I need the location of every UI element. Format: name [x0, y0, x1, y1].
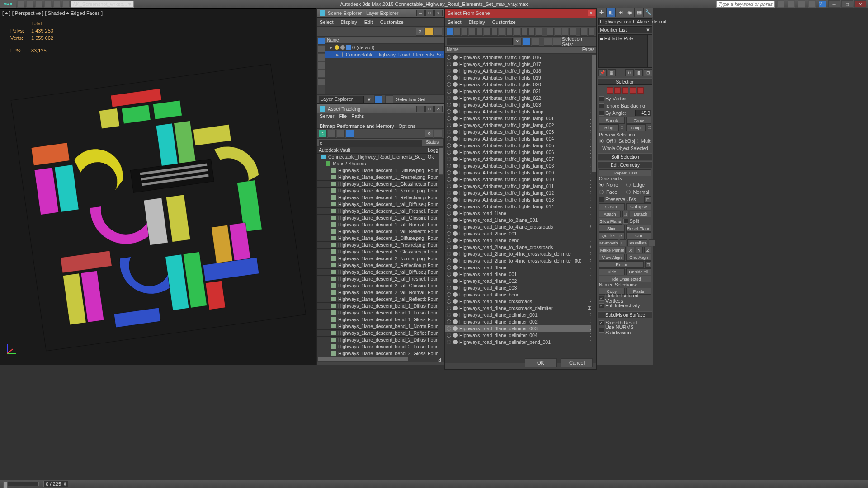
object-row[interactable]: Highways_road_2lane_00118 [445, 230, 596, 237]
visibility-icon[interactable] [447, 279, 451, 283]
object-row[interactable]: Highways_road_1lane_to_4lane_crossroads6… [445, 223, 596, 230]
pin-icon[interactable]: 📌 [598, 69, 607, 76]
visibility-icon[interactable] [447, 211, 451, 216]
attach-list-button[interactable]: □ [622, 211, 628, 217]
asset-row[interactable]: Highways_1lane_descent_1_tall_Glossines.… [317, 215, 444, 221]
detach-button[interactable]: Detach [630, 211, 651, 217]
column-faces[interactable]: Faces [578, 47, 596, 53]
visibility-icon[interactable] [447, 109, 451, 114]
make-unique-icon[interactable]: ∪ [625, 69, 634, 76]
asset-row[interactable]: Highways_1lane_descent_2_Normal.pngFound [317, 255, 444, 262]
visibility-icon[interactable] [447, 191, 451, 195]
display-shapes-icon[interactable] [318, 54, 325, 61]
constraint-none-radio[interactable] [599, 183, 604, 187]
polygon-icon[interactable] [630, 87, 636, 94]
close-icon[interactable]: ✕ [588, 10, 595, 16]
name-filter-input[interactable] [447, 38, 513, 45]
visibility-icon[interactable] [447, 326, 451, 331]
loop-button[interactable]: Loop [626, 124, 646, 131]
repeat-last-button[interactable]: Repeat Last [599, 169, 651, 176]
tab-modify[interactable]: ◧ [607, 8, 616, 17]
asset-row[interactable]: Highways_1lane_descent_1_Normal.pngFound [317, 188, 444, 194]
freeze-icon[interactable] [340, 45, 345, 50]
ok-button[interactable]: OK [525, 358, 557, 367]
modifier-stack[interactable]: ■ Editable Poly [598, 34, 652, 68]
scene-explorer-tree[interactable]: Name ▶0 (default)▶Connectable_Highway_Ro… [325, 37, 444, 94]
configure-icon[interactable]: ⊡ [644, 69, 652, 76]
display-helpers-icon[interactable] [318, 78, 325, 85]
object-row[interactable]: Highways_Attributes_traffic_lights_0178 [445, 61, 596, 67]
menu-item[interactable]: Select [448, 19, 462, 25]
element-icon[interactable] [637, 87, 644, 94]
quickslice-button[interactable]: QuickSlice [599, 232, 625, 239]
maximize-button[interactable]: □ [841, 0, 853, 8]
visibility-icon[interactable] [447, 245, 451, 249]
asset-tracking-title[interactable]: Asset Tracking ─□✕ [317, 104, 444, 113]
expand-icon[interactable]: ▶ [336, 53, 339, 56]
viewport[interactable]: [ + ] [ Perspective ] [ Shaded + Edged F… [0, 8, 316, 365]
tool-icon[interactable] [491, 28, 498, 36]
asset-row[interactable]: Highways_1lane_descent_bend_1_Glossines.… [317, 316, 444, 323]
tool-icon[interactable] [506, 28, 513, 36]
shrink-button[interactable]: Shrink [599, 117, 625, 124]
tab-hierarchy[interactable]: ⊞ [616, 8, 625, 17]
object-row[interactable]: Highways_Attributes_traffic_lights_lamp_… [445, 189, 596, 196]
exchange-icon[interactable] [798, 0, 805, 8]
object-row[interactable]: Highways_Attributes_traffic_lights_0218 [445, 88, 596, 94]
object-row[interactable]: Highways_road_4lane_00318 [445, 284, 596, 291]
tools-icon[interactable] [434, 130, 442, 138]
column-status[interactable]: Status [424, 139, 444, 146]
expand-icon[interactable]: ▶ [330, 46, 333, 49]
search-icon[interactable] [777, 0, 784, 8]
visibility-icon[interactable] [447, 272, 451, 277]
visibility-icon[interactable] [447, 89, 451, 94]
menu-item[interactable]: Bitmap Performance and Memory [320, 123, 394, 129]
prefs-icon[interactable]: ⚙ [425, 130, 433, 138]
object-row[interactable]: Highways_road_4lane18 [445, 264, 596, 271]
collapse-button[interactable]: Collapse [626, 203, 652, 210]
select-from-scene-title[interactable]: Select From Scene ✕ [445, 9, 596, 18]
tool-icon[interactable] [580, 28, 587, 36]
hide-unselected-button[interactable]: Hide Unselected [599, 276, 651, 282]
asset-row[interactable]: Highways_1lane_descent_bend_2_Fresnel.pn… [317, 343, 444, 350]
list-icon[interactable] [328, 130, 336, 138]
constraint-face-radio[interactable] [599, 190, 604, 194]
thumb-icon[interactable] [346, 130, 354, 138]
use-nurms-checkbox[interactable] [599, 328, 604, 333]
rollout-header[interactable]: Soft Selection [598, 153, 652, 160]
object-row[interactable]: Highways_road_4lane_delimiter_bend_00127 [445, 338, 596, 345]
tab-create[interactable]: ✚ [597, 8, 607, 17]
filter-icon[interactable] [523, 38, 531, 46]
layer-icon[interactable] [374, 95, 382, 103]
object-row[interactable]: Highways_Attributes_traffic_lights_lamp_… [445, 149, 596, 155]
menu-item[interactable]: Display [469, 19, 485, 25]
split-checkbox[interactable] [623, 219, 628, 224]
tab-motion[interactable]: ◉ [625, 8, 635, 17]
minimize-button[interactable]: ─ [828, 0, 840, 8]
constraint-normal-radio[interactable] [626, 190, 631, 194]
layer-icon[interactable] [544, 38, 552, 46]
asset-row[interactable]: Highways_1lane_descent_bend_1_Normal.png… [317, 323, 444, 330]
asset-row[interactable]: Highways_1lane_descent_2_Reflection.pngF… [317, 262, 444, 269]
object-row[interactable]: Highways_road_2lane_to_4lane_crossroads6… [445, 244, 596, 250]
filter-icon[interactable] [425, 28, 433, 36]
new-icon[interactable] [17, 0, 24, 8]
sfs-vertical-scrollbar[interactable] [591, 54, 596, 363]
visibility-icon[interactable] [447, 306, 451, 310]
msmooth-settings-button[interactable]: □ [620, 239, 626, 246]
clear-icon[interactable]: ✕ [514, 38, 522, 46]
asset-row[interactable]: Highways_1lane_descent_2_tall_Reflection… [317, 296, 444, 303]
asset-vault-row[interactable]: Autodesk VaultLogged [317, 147, 444, 154]
smooth-result-checkbox[interactable]: ✓ [599, 320, 604, 325]
object-row[interactable]: Highways_road_4lane_delimiter_00427 [445, 332, 596, 338]
visibility-icon[interactable] [447, 75, 451, 80]
visibility-icon[interactable] [447, 123, 451, 127]
asset-row[interactable]: Highways_1lane_descent_1_tall_Normal.png… [317, 221, 444, 228]
tool-icon[interactable] [588, 28, 594, 36]
close-icon[interactable]: ✕ [434, 10, 443, 16]
object-row[interactable]: Highways_road_4lane_delimiter_00127 [445, 311, 596, 318]
visibility-icon[interactable] [447, 157, 451, 161]
planar-y-button[interactable]: Y [636, 247, 643, 253]
preview-off-radio[interactable] [599, 139, 604, 143]
visibility-icon[interactable] [447, 286, 451, 290]
